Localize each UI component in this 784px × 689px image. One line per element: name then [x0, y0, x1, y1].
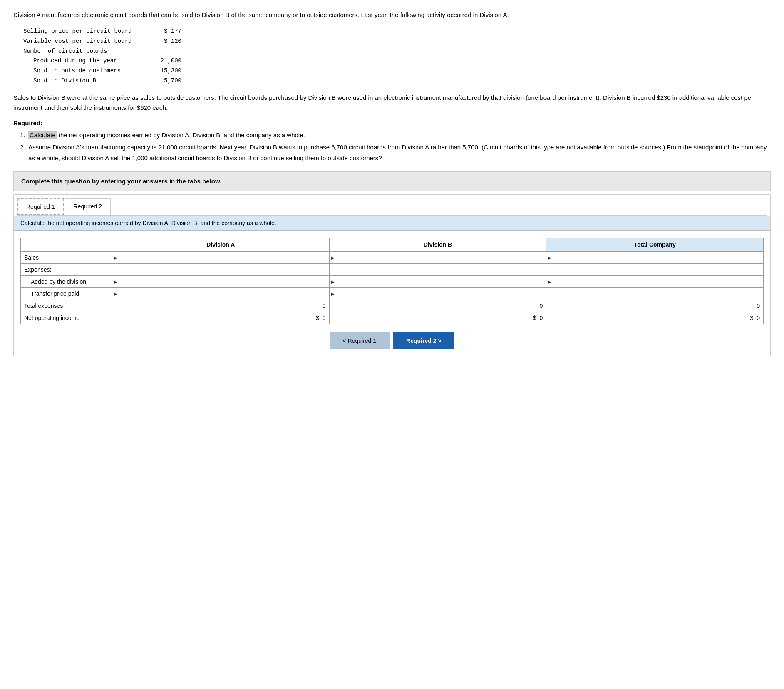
added-divB-input[interactable] [331, 278, 545, 286]
required-item-2: 2. Assume Division A's manufacturing cap… [20, 142, 771, 163]
table-row-net-income: Net operating income $ 0 $ 0 $ 0 [21, 312, 764, 324]
total-expenses-total: 0 [546, 300, 764, 312]
required-item-2-text: Assume Division A's manufacturing capaci… [28, 144, 767, 161]
sold-outside-label: Sold to outside customers [33, 66, 148, 76]
table-row-added-by-division: Added by the division [21, 276, 764, 288]
tab-content-header: Calculate the net operating incomes earn… [14, 216, 770, 231]
total-expenses-divA: 0 [112, 300, 330, 312]
tab-required1-label: Required 1 [26, 203, 55, 210]
transfer-divA-cell[interactable] [112, 288, 330, 300]
variable-cost-value: $ 120 [148, 37, 181, 47]
col-header-divA: Division A [112, 238, 330, 252]
added-total-input[interactable] [548, 278, 762, 286]
sales-total-cell[interactable] [546, 252, 764, 264]
sold-divb-label: Sold to Division B [33, 76, 148, 86]
btn-required2-label: Required 2 > [406, 337, 441, 344]
required-list: 1. Calculate the net operating incomes e… [20, 130, 771, 164]
net-income-divB-value: 0 [540, 315, 543, 321]
added-divB-cell[interactable] [329, 276, 546, 288]
required-header: Required: [13, 119, 771, 126]
tab-content-body: Division A Division B Total Company Sale… [14, 231, 770, 356]
net-income-total-value: 0 [757, 315, 760, 321]
tab-required1[interactable]: Required 1 [17, 198, 64, 215]
required-item-1-text: Calculate the net operating incomes earn… [28, 131, 305, 139]
added-divA-input[interactable] [114, 278, 327, 286]
tab-required2[interactable]: Required 2 [65, 198, 111, 215]
net-income-label: Net operating income [21, 312, 112, 324]
sales-divA-input[interactable] [114, 253, 327, 262]
transfer-divA-input[interactable] [114, 290, 327, 298]
sales-divB-cell[interactable] [329, 252, 546, 264]
sales-label: Sales [21, 252, 112, 264]
added-divA-cell[interactable] [112, 276, 330, 288]
selling-price-value: $ 177 [148, 27, 181, 37]
total-expenses-label: Total expenses [21, 300, 112, 312]
produced-label: Produced during the year [33, 56, 148, 66]
btn-required1-label: < Required 1 [343, 337, 377, 344]
tabs-wrapper: Required 1 Required 2 [14, 195, 770, 216]
expenses-divB-empty [329, 264, 546, 276]
net-income-divA-value: 0 [323, 315, 326, 321]
col-header-empty [21, 238, 112, 252]
intro-paragraph1: Division A manufactures electronic circu… [13, 10, 771, 20]
table-row-total-expenses: Total expenses 0 0 0 [21, 300, 764, 312]
net-income-divB: $ 0 [329, 312, 546, 324]
complete-box-text: Complete this question by entering your … [21, 178, 221, 185]
btn-required2[interactable]: Required 2 > [393, 332, 454, 349]
data-block: Selling price per circuit board $ 177 Va… [23, 27, 771, 86]
net-income-total: $ 0 [546, 312, 764, 324]
tab-content-description: Calculate the net operating incomes earn… [20, 220, 276, 226]
expenses-label: Expenses: [21, 264, 112, 276]
added-division-label: Added by the division [21, 276, 112, 288]
tab-required2-label: Required 2 [74, 203, 102, 210]
tabs-row: Required 1 Required 2 [17, 198, 767, 216]
produced-value: 21,000 [148, 56, 181, 66]
answer-table: Division A Division B Total Company Sale… [20, 238, 764, 324]
added-total-cell[interactable] [546, 276, 764, 288]
circuit-boards-label: Number of circuit boards: [23, 47, 148, 57]
selling-price-label: Selling price per circuit board [23, 27, 148, 37]
table-row-sales: Sales [21, 252, 764, 264]
dollar-sign-divA: $ [316, 315, 321, 321]
net-income-divA: $ 0 [112, 312, 330, 324]
transfer-price-label: Transfer price paid [21, 288, 112, 300]
dollar-sign-total: $ [750, 315, 755, 321]
btn-required1[interactable]: < Required 1 [330, 332, 390, 349]
transfer-divB-cell[interactable] [329, 288, 546, 300]
expenses-total-empty [546, 264, 764, 276]
dollar-sign-divB: $ [533, 315, 538, 321]
sales-divB-input[interactable] [331, 253, 545, 262]
transfer-total-empty [546, 288, 764, 300]
sales-divA-cell[interactable] [112, 252, 330, 264]
tabs-outer-wrapper: Required 1 Required 2 Calculate the net … [13, 194, 771, 356]
bottom-buttons: < Required 1 Required 2 > [20, 332, 764, 349]
expenses-divA-empty [112, 264, 330, 276]
transfer-divB-input[interactable] [331, 290, 545, 298]
required-item-1: 1. Calculate the net operating incomes e… [20, 130, 771, 141]
complete-box: Complete this question by entering your … [13, 171, 771, 191]
middle-paragraph: Sales to Division B were at the same pri… [13, 93, 771, 113]
col-header-divB: Division B [329, 238, 546, 252]
table-row-expenses-header: Expenses: [21, 264, 764, 276]
total-expenses-divB: 0 [329, 300, 546, 312]
table-row-transfer-price: Transfer price paid [21, 288, 764, 300]
col-header-total: Total Company [546, 238, 764, 252]
sales-total-input[interactable] [548, 253, 762, 262]
variable-cost-label: Variable cost per circuit board [23, 37, 148, 47]
sold-divb-value: 5,700 [148, 76, 181, 86]
sold-outside-value: 15,300 [148, 66, 181, 76]
